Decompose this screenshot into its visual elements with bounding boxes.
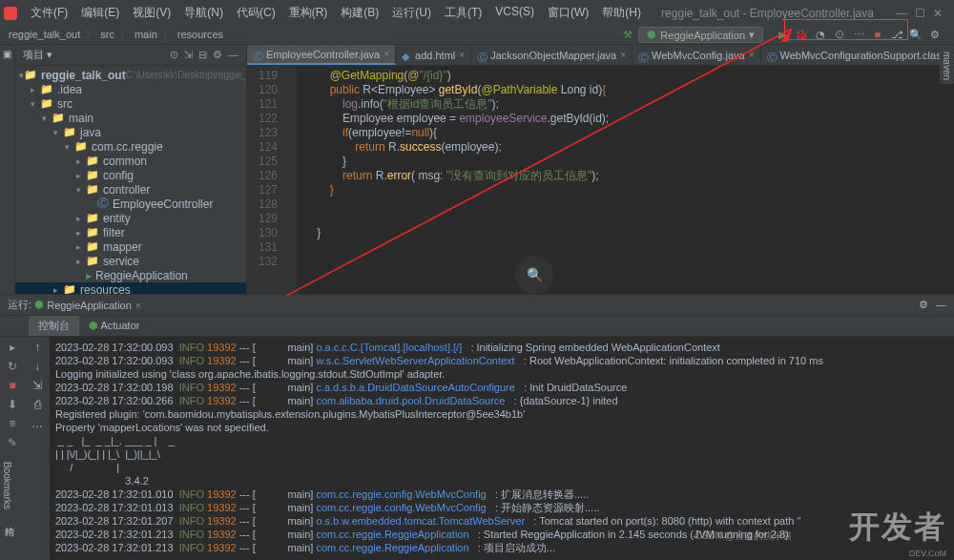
select-opened-icon[interactable]: ⊙ xyxy=(170,49,178,61)
menu-item[interactable]: 编辑(E) xyxy=(75,3,125,23)
tree-item[interactable]: ⒸEmployeeController xyxy=(15,197,246,211)
tree-root[interactable]: ▾📁reggie_talk_out C:\Users\kk\Desktop\re… xyxy=(15,68,246,82)
project-tree[interactable]: ▾📁reggie_talk_out C:\Users\kk\Desktop\re… xyxy=(15,66,246,294)
tree-item[interactable]: ▸📁config xyxy=(15,168,246,182)
build-icon[interactable]: ⚒ xyxy=(623,29,633,41)
run-subtab[interactable]: ⬢ Actuator xyxy=(79,317,149,335)
log-line: Logging initialized using 'class org.apa… xyxy=(55,367,948,381)
tree-item[interactable]: ▸📁resources xyxy=(15,282,246,294)
code-content[interactable]: @GetMapping(@"/{id}") public R<Employee>… xyxy=(297,66,954,294)
collapse-all-icon[interactable]: ⊟ xyxy=(198,49,207,61)
search-icon[interactable]: 🔍 xyxy=(908,29,923,41)
hide-run-icon[interactable]: — xyxy=(936,299,946,311)
breadcrumb-item[interactable]: reggie_talk_out xyxy=(6,29,83,40)
console-tool-icon[interactable]: ⬇ xyxy=(8,398,17,411)
breadcrumb-item[interactable]: src xyxy=(97,29,117,40)
console-tool-icon[interactable]: ↓ xyxy=(34,360,40,373)
menu-item[interactable]: 视图(V) xyxy=(127,3,176,23)
run-settings-icon[interactable]: ⚙ xyxy=(919,299,928,311)
stop-button[interactable]: ■ xyxy=(870,29,885,41)
console-tool-icon[interactable]: ✎ xyxy=(8,436,17,449)
project-tool-tab[interactable]: ▣ xyxy=(0,45,14,63)
log-line: 2023-02-28 17:32:01.213 INFO 19392 --- [… xyxy=(55,528,948,541)
menu-item[interactable]: 文件(F) xyxy=(25,3,73,23)
tree-item[interactable]: ▸📁service xyxy=(15,254,246,268)
editor-tab[interactable]: ⒸWebMvcConfigurationSupport.class× xyxy=(761,45,954,65)
editor-tab[interactable]: ⒸEmployeeController.java× xyxy=(247,45,396,65)
tree-item[interactable]: ▸📁.idea xyxy=(15,82,246,96)
settings-icon[interactable]: ⚙ xyxy=(927,29,943,41)
hide-icon[interactable]: — xyxy=(228,49,238,61)
search-everywhere-icon[interactable]: 🔍 xyxy=(515,256,553,294)
breadcrumb-item[interactable]: resources xyxy=(175,29,226,40)
maven-tab[interactable]: maven xyxy=(940,48,954,84)
tree-item[interactable]: ▸📁common xyxy=(15,154,246,168)
menu-item[interactable]: 代码(C) xyxy=(231,3,281,23)
log-line: Property 'mapperLocations' was not speci… xyxy=(55,421,948,434)
console-tool-icon[interactable]: ▸ xyxy=(10,341,15,354)
bookmarks-tab[interactable]: Bookmarks xyxy=(0,458,14,513)
menu-item[interactable]: 导航(N) xyxy=(178,3,229,23)
window-controls: — ☐ ✕ xyxy=(888,7,950,20)
editor-tab[interactable]: ⒸWebMvcConfig.java× xyxy=(633,45,760,65)
log-line: 2023-02-28 17:32:01.013 INFO 19392 --- [… xyxy=(55,501,948,514)
console-tool-icon[interactable]: ■ xyxy=(9,379,15,392)
git-icon[interactable]: ⎇ xyxy=(889,29,904,41)
expand-all-icon[interactable]: ⇲ xyxy=(184,49,193,61)
log-line: 2023-02-28 17:32:00.093 INFO 19392 --- [… xyxy=(55,354,948,367)
maximize-button[interactable]: ☐ xyxy=(915,7,925,20)
menu-item[interactable]: 工具(T) xyxy=(439,3,487,23)
log-line: 2023-02-28 17:32:00.093 INFO 19392 --- [… xyxy=(55,341,948,354)
tree-item[interactable]: ▾📁com.cc.reggie xyxy=(15,139,246,154)
console-tool-icon[interactable]: … xyxy=(31,417,43,430)
log-line: _ _ |_ _ _|_. ___ _ | _ xyxy=(55,434,948,447)
run-subtabs: 控制台⬢ Actuator xyxy=(0,316,954,337)
console-tool-icon[interactable]: ⎙ xyxy=(34,398,41,411)
tree-item[interactable]: ▾📁main xyxy=(15,111,246,125)
tree-item[interactable]: ▾📁controller xyxy=(15,182,246,197)
run-button[interactable]: ▶ xyxy=(775,29,790,41)
run-tool-window: 运行: ⬢ ReggieApplication × ⚙ — 控制台⬢ Actua… xyxy=(0,294,954,560)
tree-item[interactable]: ▸ReggieApplication xyxy=(15,268,246,282)
log-line: 2023-02-28 17:32:01.010 INFO 19392 --- [… xyxy=(55,487,948,501)
tree-item[interactable]: ▸📁mapper xyxy=(15,239,246,254)
code-editor[interactable]: 1191201211221231241251261271281291301311… xyxy=(247,66,954,294)
breadcrumb-item[interactable]: main xyxy=(132,29,160,40)
console-tool-icon[interactable]: ⇲ xyxy=(32,379,42,392)
editor-tab[interactable]: ◆add.html× xyxy=(396,45,471,65)
tree-item[interactable]: ▾📁java xyxy=(15,125,246,139)
run-config-selector[interactable]: ⬢ ReggieApplication ▾ xyxy=(638,27,763,43)
menu-item[interactable]: 重构(R) xyxy=(283,3,334,23)
debug-button[interactable]: 🐞 xyxy=(794,29,809,41)
close-button[interactable]: ✕ xyxy=(933,7,943,20)
minimize-button[interactable]: — xyxy=(896,7,907,20)
run-config-label: ReggieApplication xyxy=(660,30,745,41)
run-header: 运行: ⬢ ReggieApplication × ⚙ — xyxy=(0,295,954,316)
menu-item[interactable]: 帮助(H) xyxy=(596,3,647,23)
watermark: 开发者 xyxy=(849,507,946,549)
console-output[interactable]: 2023-02-28 17:32:00.093 INFO 19392 --- [… xyxy=(50,337,954,560)
menu-item[interactable]: 运行(U) xyxy=(386,3,437,23)
structure-tab[interactable]: 结构 xyxy=(0,515,17,523)
editor-tab[interactable]: ⒸJacksonObjectMapper.java× xyxy=(471,45,633,65)
console-toolbar-left2: ↑↓⇲⎙… xyxy=(25,337,50,560)
tree-item[interactable]: ▸📁filter xyxy=(15,225,246,239)
csdn-badge: CSDN @云边的快乐猫 xyxy=(695,529,792,543)
tree-item[interactable]: ▸📁entity xyxy=(15,211,246,225)
console-tool-icon[interactable]: ↑ xyxy=(34,341,40,354)
settings-icon[interactable]: ⚙ xyxy=(213,49,222,61)
spring-icon: ⬢ xyxy=(34,299,44,311)
left-gutter: ▣ xyxy=(0,45,15,294)
coverage-button[interactable]: ◔ xyxy=(813,29,828,41)
menu-item[interactable]: 窗口(W) xyxy=(542,3,594,23)
menu-item[interactable]: VCS(S) xyxy=(489,3,540,23)
console-tool-icon[interactable]: ↻ xyxy=(8,360,17,373)
menu-item[interactable]: 构建(B) xyxy=(335,3,384,23)
run-toolbar: ⚒ ⬢ ReggieApplication ▾ ▶ 🐞 ◔ ⏲ ⋯ ■ ⎇ 🔍 … xyxy=(623,27,948,43)
run-subtab[interactable]: 控制台 xyxy=(29,316,79,336)
profile-button[interactable]: ⏲ xyxy=(832,29,847,41)
console-tool-icon[interactable]: ≡ xyxy=(9,417,15,430)
more-run-icon[interactable]: ⋯ xyxy=(851,29,866,41)
tree-item[interactable]: ▾📁src xyxy=(15,96,246,111)
close-run-tab-icon[interactable]: × xyxy=(135,300,141,311)
